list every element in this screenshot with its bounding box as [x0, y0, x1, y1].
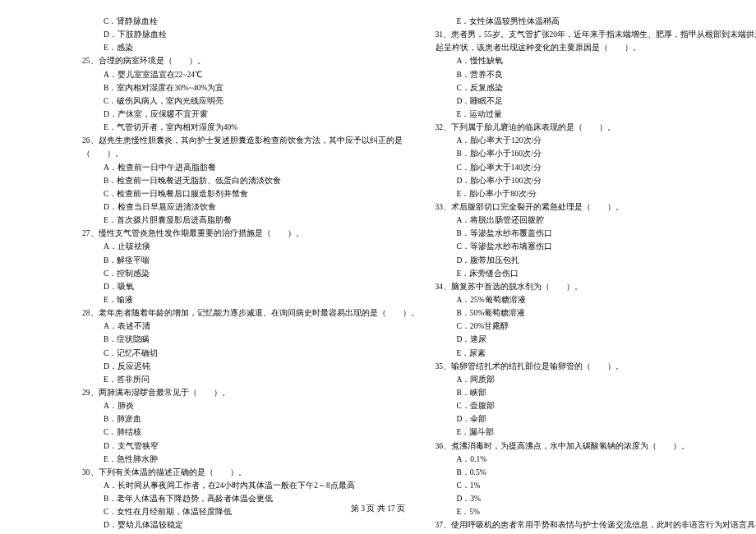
- question-number: 26、: [82, 136, 99, 145]
- option-line: E．急性肺水肿: [82, 453, 419, 466]
- option-line: E．感染: [82, 41, 419, 54]
- option-line: A．长时间从事夜间工作者，在24小时内其体温一般在下午2～8点最高: [82, 479, 419, 492]
- question-text: 输卵管结扎术的结扎部位是输卵管的（ ）。: [451, 362, 624, 371]
- page-content: C．肾静脉血栓D．下肢静脉血栓E．感染25、合理的病室环境是（ ）。A．婴儿室室…: [0, 0, 756, 532]
- question-line: 29、两肺满布湿啰音最常见于（ ）。: [82, 386, 419, 399]
- option-line: E．女性体温较男性体温稍高: [436, 15, 757, 28]
- option-line: A．25%葡萄糖溶液: [436, 293, 757, 306]
- option-line: D．睡眠不足: [436, 94, 757, 108]
- option-line: A．间质部: [436, 373, 757, 386]
- option-line: A．止咳祛痰: [82, 240, 419, 253]
- option-line: D．检查当日早晨应进清淡饮食: [82, 200, 419, 214]
- question-text: 脑复苏中首选的脱水剂为（ ）。: [451, 283, 583, 291]
- option-line: C．壶腹部: [436, 399, 757, 412]
- question-text: 赵先生患慢性胆囊炎，其向护士复述胆囊造影检查前饮食方法，其中应予以纠正的是: [99, 136, 403, 145]
- option-line: B．检查前一日晚餐进无脂肪、低蛋白的清淡饮食: [82, 174, 419, 187]
- option-line: E．运动过量: [436, 108, 757, 121]
- question-text: 下列属于胎儿窘迫的临床表现的是（ ）。: [451, 123, 615, 131]
- option-line: C．记忆不确切: [82, 347, 419, 360]
- right-column: E．女性体温较男性体温稍高31、患者男，55岁。支气管扩张20年，近年来手指末端…: [436, 15, 757, 532]
- question-number: 27、: [82, 229, 99, 237]
- question-number: 35、: [436, 362, 452, 371]
- option-line: D．速尿: [436, 333, 757, 346]
- option-line: C．肾静脉血栓: [82, 15, 419, 28]
- option-line: A．婴儿室室温宜在22~24℃: [82, 68, 419, 81]
- question-continuation: （ ）。: [82, 147, 419, 160]
- question-number: 28、: [82, 309, 99, 317]
- question-number: 37、: [436, 521, 452, 529]
- option-line: D．婴幼儿体温较稳定: [82, 518, 419, 532]
- option-line: D．腹带加压包扎: [436, 254, 757, 267]
- option-line: B．肺淤血: [82, 412, 419, 426]
- question-line: 28、老年患者随着年龄的增加，记忆能力逐步减退。在询问病史时最容易出现的是（ ）…: [82, 306, 419, 320]
- question-line: 27、慢性支气管炎急性发作期最重要的治疗措施是（ ）。: [82, 227, 419, 240]
- option-line: E．漏斗部: [436, 426, 757, 439]
- option-line: B．0.5%: [436, 466, 757, 479]
- option-line: D．支气管狭窄: [82, 440, 419, 453]
- question-line: 35、输卵管结扎术的结扎部位是输卵管的（ ）。: [436, 360, 757, 373]
- question-line: 37、使用呼吸机的患者常用手势和表情与护士传递交流信息，此时的非语言行为对语言具…: [436, 518, 757, 532]
- option-line: C．20%甘露醇: [436, 320, 757, 333]
- question-line: 33、术后腹部切口完全裂开的紧急处理是（ ）。: [436, 200, 757, 214]
- option-line: C．破伤风病人，室内光线应明亮: [82, 94, 419, 108]
- option-line: D．伞部: [436, 412, 757, 426]
- question-line: 25、合理的病室环境是（ ）。: [82, 54, 419, 67]
- left-column: C．肾静脉血栓D．下肢静脉血栓E．感染25、合理的病室环境是（ ）。A．婴儿室室…: [82, 15, 419, 532]
- question-text: 老年患者随着年龄的增加，记忆能力逐步减退。在询问病史时最容易出现的是（ ）。: [99, 309, 419, 317]
- option-line: A．胎心率大于120次/分: [436, 134, 757, 147]
- question-number: 25、: [82, 57, 99, 65]
- option-line: B．峡部: [436, 386, 757, 399]
- question-text: 合理的病室环境是（ ）。: [99, 57, 205, 65]
- option-line: B．等渗盐水纱布覆盖伤口: [436, 227, 757, 240]
- option-line: C．1%: [436, 479, 757, 492]
- page-footer: 第 3 页 共 17 页: [0, 504, 756, 514]
- option-line: E．答非所问: [82, 373, 419, 386]
- option-line: C．胎心率大于140次/分: [436, 161, 757, 174]
- question-number: 36、: [436, 442, 452, 450]
- question-line: 36、煮沸消毒时，为提高沸点，水中加入碳酸氢钠的浓度为（ ）。: [436, 440, 757, 453]
- question-text: 慢性支气管炎急性发作期最重要的治疗措施是（ ）。: [99, 229, 304, 237]
- question-continuation: 起呈杵状，该患者出现这种变化的主要原因是（ ）。: [436, 41, 757, 54]
- question-text: 煮沸消毒时，为提高沸点，水中加入碳酸氢钠的浓度为（ ）。: [451, 442, 689, 450]
- option-line: B．胎心率小于160次/分: [436, 147, 757, 160]
- option-line: E．输液: [82, 293, 419, 306]
- question-text: 下列有关体温的描述正确的是（ ）。: [99, 468, 247, 476]
- question-number: 30、: [82, 468, 99, 476]
- option-line: C．控制感染: [82, 267, 419, 280]
- option-line: A．肺炎: [82, 399, 419, 412]
- option-line: D．产休室，应保暖不宜开窗: [82, 108, 419, 121]
- option-line: A．慢性缺氧: [436, 54, 757, 67]
- option-line: C．检查前一日晚餐后口服造影剂并禁食: [82, 187, 419, 200]
- question-number: 32、: [436, 123, 452, 131]
- option-line: D．反应迟钝: [82, 360, 419, 373]
- question-line: 31、患者男，55岁。支气管扩张20年，近年来手指末端增生、肥厚，指甲从根部到末…: [436, 28, 757, 41]
- option-line: E．尿素: [436, 347, 757, 360]
- option-line: B．解痉平喘: [82, 254, 419, 267]
- option-line: C．肺结核: [82, 426, 419, 439]
- option-line: E．胎心率小于80次/分: [436, 187, 757, 200]
- option-line: B．症状隐瞒: [82, 333, 419, 346]
- option-line: A．检查前一日中午进高脂肪餐: [82, 161, 419, 174]
- option-line: D．吸氧: [82, 280, 419, 293]
- option-line: A．表述不清: [82, 320, 419, 333]
- question-line: 26、赵先生患慢性胆囊炎，其向护士复述胆囊造影检查前饮食方法，其中应予以纠正的是: [82, 134, 419, 147]
- question-line: 30、下列有关体温的描述正确的是（ ）。: [82, 466, 419, 479]
- option-line: B．室内相对湿度在30%~40%为宜: [82, 81, 419, 94]
- option-line: E．首次摄片胆囊显影后进高脂肪餐: [82, 214, 419, 227]
- question-number: 29、: [82, 389, 99, 397]
- option-line: D．下肢静脉血栓: [82, 28, 419, 41]
- option-line: C．反复感染: [436, 81, 757, 94]
- question-number: 34、: [436, 283, 452, 291]
- question-number: 33、: [436, 203, 452, 211]
- option-line: A．0.1%: [436, 453, 757, 466]
- question-line: 34、脑复苏中首选的脱水剂为（ ）。: [436, 280, 757, 293]
- option-line: C．等渗盐水纱布填塞伤口: [436, 240, 757, 253]
- option-line: E．气管切开者，室内相对湿度为40%: [82, 121, 419, 134]
- option-line: A．将脱出肠管还回腹腔: [436, 214, 757, 227]
- question-text: 患者男，55岁。支气管扩张20年，近年来手指末端增生、肥厚，指甲从根部到末端拱形…: [451, 30, 756, 39]
- option-line: D．胎心率小于100次/分: [436, 174, 757, 187]
- question-text: 使用呼吸机的患者常用手势和表情与护士传递交流信息，此时的非语言行为对语言具有: [451, 521, 756, 529]
- question-number: 31、: [436, 30, 452, 39]
- option-line: B．50%葡萄糖溶液: [436, 306, 757, 320]
- question-text: 两肺满布湿啰音最常见于（ ）。: [99, 389, 230, 397]
